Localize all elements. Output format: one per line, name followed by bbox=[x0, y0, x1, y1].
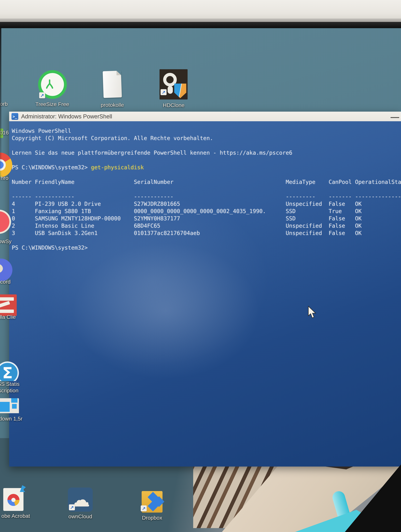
red-app-icon[interactable] bbox=[0, 209, 12, 235]
owncloud-label: ownCloud bbox=[59, 513, 102, 519]
hdclone-label: HDClone bbox=[151, 102, 196, 108]
stats-label-partial-line2: scription bbox=[0, 387, 19, 394]
console-line bbox=[12, 186, 401, 193]
treesize-free-label: TreeSize Free bbox=[30, 101, 74, 107]
console-output[interactable]: Windows PowerShellCopyright (C) Microsof… bbox=[9, 121, 401, 467]
filezilla-label-partial: lla Clie bbox=[0, 314, 18, 320]
protokolle-label: protokolle bbox=[90, 102, 135, 108]
console-line: Copyright (C) Microsoft Corporation. All… bbox=[12, 135, 401, 142]
treesize-tree-glyph bbox=[45, 76, 54, 92]
desktop: ↗ TreeSize Free protokolle ↗ HDClone orb… bbox=[0, 28, 401, 532]
monitor-bezel-top-face bbox=[0, 19, 401, 22]
window-title: Administrator: Windows PowerShell bbox=[21, 113, 112, 120]
console-line: PS C:\WINDOWS\system32> get-physicaldisk bbox=[12, 164, 401, 171]
download-label-partial: down 1,5r bbox=[0, 416, 24, 422]
minimize-button[interactable] bbox=[391, 117, 399, 118]
stats-label-partial-line1: SS Statis bbox=[0, 381, 19, 387]
console-line bbox=[12, 142, 401, 149]
protokolle-file-icon[interactable] bbox=[103, 71, 122, 98]
monitor-bezel bbox=[0, 22, 401, 28]
filezilla-icon[interactable] bbox=[0, 294, 17, 317]
acrobat-swirl-hole bbox=[11, 498, 16, 502]
acrobat-label-partial: obe Acrobat bbox=[0, 513, 39, 519]
powershell-titlebar[interactable]: >_ Administrator: Windows PowerShell bbox=[9, 112, 401, 121]
shortcut-arrow-icon: ↗ bbox=[69, 504, 75, 510]
shortcut-arrow-icon: ↗ bbox=[161, 89, 167, 95]
wall-background bbox=[0, 0, 401, 19]
blue-squares-icon[interactable] bbox=[0, 398, 19, 413]
mouse-cursor bbox=[308, 306, 318, 319]
monitor-bezel-left bbox=[0, 28, 1, 185]
chrome-icon[interactable] bbox=[0, 152, 13, 178]
console-line: Windows PowerShell bbox=[12, 127, 401, 135]
powershell-window: >_ Administrator: Windows PowerShell Win… bbox=[9, 112, 401, 467]
console-table-row: 3 USB SanDisk 3.2Gen1 0101377ac82176704a… bbox=[12, 229, 401, 237]
console-table-row: 2 Intenso Basic Line 6BD4FC65 Unspecifie… bbox=[12, 222, 401, 229]
powershell-app-icon: >_ bbox=[12, 113, 18, 120]
discord-label-partial: cord bbox=[0, 279, 13, 285]
partial-icon-label-016: 016 bbox=[0, 130, 9, 136]
console-table-row: 4 PI-239 USB 2.0 Drive S27WJDRZ801665 Un… bbox=[12, 200, 401, 208]
disk-head-icon bbox=[168, 86, 173, 94]
shortcut-arrow-icon: ↗ bbox=[39, 92, 45, 98]
chrome-label-partial: hro bbox=[0, 175, 10, 181]
dropbox-label: Dropbox bbox=[130, 515, 174, 521]
document-fold-corner bbox=[116, 71, 121, 75]
console-line bbox=[12, 171, 401, 178]
console-table-header: Number FriendlyName SerialNumber MediaTy… bbox=[12, 178, 401, 186]
photo-of-monitor: ↗ TreeSize Free protokolle ↗ HDClone orb… bbox=[0, 0, 401, 532]
console-table-row: 0 SAMSUNG MZNTY128HDHP-00000 S2YMNY0H837… bbox=[12, 215, 401, 222]
console-prompt: PS C:\WINDOWS\system32> bbox=[12, 244, 401, 251]
red-app-label-partial: owSy bbox=[0, 238, 12, 245]
hdclone-shield-icon bbox=[174, 84, 186, 98]
console-line: Lernen Sie das neue plattformübergreifen… bbox=[12, 149, 401, 157]
console-line bbox=[12, 157, 401, 164]
console-line: ------ ------------ ------------ -------… bbox=[12, 193, 401, 200]
console-line bbox=[12, 237, 401, 244]
adobe-acrobat-icon[interactable] bbox=[3, 488, 24, 511]
shortcut-arrow-icon: ↗ bbox=[141, 505, 147, 511]
sigma-stats-icon[interactable]: Σ bbox=[0, 361, 20, 381]
typed-command: get-physicaldisk bbox=[88, 164, 144, 171]
console-table-row: 1 Fanxiang S880 1TB 0000_0000_0000_0000_… bbox=[12, 208, 401, 215]
